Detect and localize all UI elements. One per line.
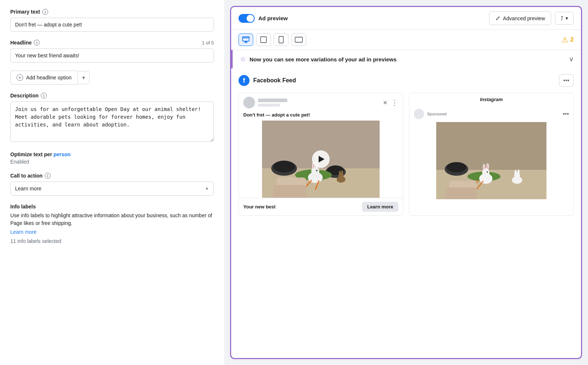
facebook-ad-card: × ⋮ Don't fret — adopt a cute pet! xyxy=(239,93,403,216)
toggle-knob xyxy=(247,15,254,22)
svg-rect-6 xyxy=(295,37,302,42)
info-labels-title: Info labels xyxy=(10,204,214,210)
add-headline-dropdown-button[interactable]: ▾ xyxy=(78,71,90,84)
share-icon: ⤴ xyxy=(560,15,563,21)
instagram-ad-image xyxy=(409,122,573,199)
play-button[interactable] xyxy=(312,150,330,168)
description-label-text: Description xyxy=(10,93,39,99)
platform-more-button[interactable]: ••• xyxy=(559,74,574,87)
svg-point-41 xyxy=(487,171,488,173)
view-portrait-button[interactable] xyxy=(274,33,288,46)
ad-footer-text: Your new best xyxy=(243,204,276,210)
headline-counter: 1 of 5 xyxy=(202,40,214,46)
svg-point-47 xyxy=(517,169,520,175)
headline-label-text: Headline xyxy=(10,40,32,46)
more-dots-icon: ••• xyxy=(563,77,570,84)
primary-text-group: Primary text i xyxy=(10,9,214,32)
learn-more-button[interactable]: Learn more xyxy=(362,202,398,212)
cta-label: Call to action i xyxy=(10,173,214,179)
headline-group: Headline i 1 of 5 xyxy=(10,40,214,62)
ad-preview-label: Ad preview xyxy=(258,15,288,21)
feed-section: f Facebook Feed ••• xyxy=(231,68,581,222)
ad-card-meta xyxy=(258,99,383,107)
instagram-ad-card: Instagram Sponsored ••• xyxy=(409,93,574,216)
advanced-preview-button[interactable]: ⤢ Advanced preview xyxy=(489,11,551,25)
optimize-link[interactable]: person xyxy=(53,151,71,157)
ad-card-avatar xyxy=(243,97,255,108)
share-label: ▾ xyxy=(566,15,568,21)
more-icon[interactable]: ⋮ xyxy=(391,98,398,107)
chevron-down-icon: ∨ xyxy=(569,55,574,63)
primary-text-info-icon[interactable]: i xyxy=(42,9,48,15)
primary-text-label-text: Primary text xyxy=(10,9,40,15)
ad-card-actions: × ⋮ xyxy=(383,98,398,107)
left-panel: Primary text i Headline i 1 of 5 + Add h… xyxy=(0,0,224,365)
svg-rect-4 xyxy=(261,37,266,43)
primary-text-label: Primary text i xyxy=(10,9,214,15)
platform-name: Facebook Feed xyxy=(253,77,296,84)
info-labels-count: 11 info labels selected xyxy=(10,238,214,244)
info-labels-description: Use info labels to highlight attractive … xyxy=(10,212,214,227)
instagram-header: Instagram xyxy=(409,93,573,106)
add-headline-button[interactable]: + Add headline option xyxy=(10,71,78,85)
cta-select-wrapper: Learn more Shop now Sign up Get offer xyxy=(10,182,214,196)
view-square-button[interactable] xyxy=(256,33,271,46)
optimize-status: Enabled xyxy=(10,159,214,165)
description-label: Description i xyxy=(10,93,214,99)
headline-info-icon[interactable]: i xyxy=(34,40,40,46)
cta-select[interactable]: Learn more Shop now Sign up Get offer xyxy=(10,182,214,196)
description-info-icon[interactable]: i xyxy=(41,93,47,99)
expand-icon: ⤢ xyxy=(495,15,500,22)
warning-count: 2 xyxy=(570,36,574,43)
ad-card-sub-bar xyxy=(258,104,280,107)
svg-rect-2 xyxy=(245,42,247,43)
svg-rect-29 xyxy=(273,185,306,198)
svg-rect-3 xyxy=(244,43,248,43)
cta-label-text: Call to action xyxy=(10,173,43,179)
preview-container: Ad preview ⤢ Advanced preview ⤴ ▾ xyxy=(230,6,582,359)
description-textarea[interactable]: Join us for an unforgettable Open Day at… xyxy=(10,101,214,142)
share-button[interactable]: ⤴ ▾ xyxy=(555,12,574,25)
add-headline-btn-group: + Add headline option ▾ xyxy=(10,71,214,85)
cta-info-icon[interactable]: i xyxy=(45,173,51,179)
svg-point-27 xyxy=(341,170,343,175)
warning-badge: ⚠ 2 xyxy=(562,35,574,44)
ad-card-footer: Your new best Learn more xyxy=(239,198,403,215)
svg-rect-5 xyxy=(279,36,283,43)
dropdown-arrow-icon: ▾ xyxy=(82,75,85,80)
svg-rect-1 xyxy=(243,37,249,38)
svg-point-33 xyxy=(447,162,466,172)
instagram-sponsored-text: Sponsored xyxy=(427,112,560,116)
facebook-ad-image xyxy=(239,121,403,198)
star-icon: ☆ xyxy=(240,55,246,63)
view-landscape-button[interactable] xyxy=(291,33,306,46)
ad-card-header: × ⋮ xyxy=(239,93,403,112)
preview-header: Ad preview ⤢ Advanced preview ⤴ ▾ xyxy=(231,7,581,30)
view-desktop-button[interactable] xyxy=(239,33,253,46)
primary-text-input[interactable] xyxy=(10,18,214,32)
preview-toolbar: ⚠ 2 xyxy=(231,30,581,50)
description-group: Description i Join us for an unforgettab… xyxy=(10,93,214,143)
close-icon[interactable]: × xyxy=(383,99,387,107)
optimize-label-text: Optimize text per xyxy=(10,151,52,157)
ad-card-title: Don't fret — adopt a cute pet! xyxy=(239,112,403,121)
call-to-action-group: Call to action i Learn more Shop now Sig… xyxy=(10,173,214,196)
headline-input[interactable] xyxy=(10,49,214,62)
ad-preview-toggle[interactable] xyxy=(239,14,255,23)
preview-toggle-group: Ad preview xyxy=(239,14,288,23)
instagram-avatar xyxy=(414,109,424,119)
warning-triangle-icon: ⚠ xyxy=(562,35,568,44)
ad-cards-row: × ⋮ Don't fret — adopt a cute pet! xyxy=(239,93,574,216)
right-panel: Ad preview ⤢ Advanced preview ⤴ ▾ xyxy=(224,0,588,365)
variations-banner[interactable]: ☆ Now you can see more variations of you… xyxy=(231,50,581,68)
instagram-more-icon[interactable]: ••• xyxy=(563,111,569,117)
svg-rect-0 xyxy=(243,37,249,41)
facebook-icon: f xyxy=(239,75,250,86)
svg-point-10 xyxy=(273,161,295,172)
svg-point-46 xyxy=(514,170,517,175)
optimize-label: Optimize text per person xyxy=(10,151,214,157)
svg-point-26 xyxy=(339,171,341,175)
banner-text: Now you can see more variations of your … xyxy=(250,56,397,62)
info-labels-learn-more[interactable]: Learn more xyxy=(10,229,37,235)
add-headline-group: + Add headline option ▾ xyxy=(10,71,214,85)
